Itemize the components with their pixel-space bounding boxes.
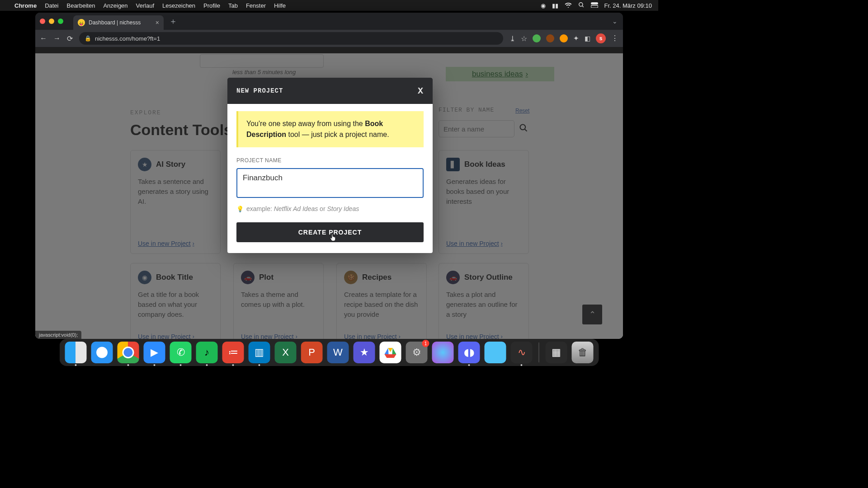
menu-profile[interactable]: Profile: [203, 2, 220, 9]
tab-title: Dashboard | nichesss: [89, 19, 141, 26]
profile-avatar[interactable]: s: [596, 33, 606, 43]
extension-green-icon[interactable]: [533, 34, 541, 42]
new-project-modal: NEW PROJECT X You're one step away from …: [227, 78, 433, 253]
chrome-menu-icon[interactable]: ⋮: [611, 35, 618, 42]
nav-reload-icon[interactable]: ⟳: [67, 34, 73, 43]
install-app-icon[interactable]: ⤓: [509, 34, 515, 43]
window-controls: [40, 19, 63, 24]
control-center-icon[interactable]: [591, 2, 598, 9]
svg-marker-10: [385, 354, 396, 358]
status-bar-link: javascript:void(0);: [35, 331, 81, 339]
menu-hilfe[interactable]: Hilfe: [274, 2, 286, 9]
svg-marker-9: [385, 348, 389, 354]
window-close-button[interactable]: [40, 19, 45, 24]
menu-anzeigen[interactable]: Anzeigen: [103, 2, 127, 9]
address-url: nichesss.com/home?ft=1: [95, 35, 160, 42]
screen-record-icon[interactable]: ◉: [541, 2, 546, 9]
dock-trash-icon[interactable]: 🗑: [572, 342, 594, 363]
dock-spotify-icon[interactable]: ♪: [196, 342, 218, 363]
banner-text-pre: You're one step away from using the: [246, 120, 365, 127]
dock-app-blue-icon[interactable]: [485, 342, 506, 363]
dock-excel-icon[interactable]: X: [275, 342, 297, 363]
modal-banner: You're one step away from using the Book…: [236, 111, 424, 147]
dock-todoist-icon[interactable]: ≔: [222, 342, 244, 363]
dock-whatsapp-icon[interactable]: ✆: [170, 342, 192, 363]
dock-drive-icon[interactable]: [380, 342, 401, 363]
dock-separator: [539, 343, 539, 362]
banner-text-post: tool — just pick a project name.: [286, 131, 389, 138]
create-project-button[interactable]: CREATE PROJECT: [236, 222, 424, 242]
address-bar[interactable]: 🔒 nichesss.com/home?ft=1: [79, 32, 503, 45]
dock-trello-icon[interactable]: ▥: [249, 342, 270, 363]
example-b: Story Ideas: [327, 205, 359, 212]
wifi-icon[interactable]: [565, 2, 572, 9]
menu-bearbeiten[interactable]: Bearbeiten: [66, 2, 95, 9]
menu-datei[interactable]: Datei: [45, 2, 58, 9]
window-maximize-button[interactable]: [58, 19, 63, 24]
dock-chrome-icon[interactable]: [118, 342, 139, 363]
example-hint: 💡 example: Netflix Ad Ideas or Story Ide…: [236, 205, 424, 212]
menubar-clock[interactable]: Fr. 24. März 09:10: [604, 2, 652, 9]
nav-back-icon[interactable]: ←: [40, 34, 47, 42]
chrome-tabstrip: 😛 Dashboard | nichesss × ＋ ⌄: [35, 13, 623, 30]
tab-close-icon[interactable]: ×: [156, 19, 159, 26]
lock-icon: 🔒: [85, 35, 91, 42]
project-name-input[interactable]: [236, 168, 424, 198]
svg-line-1: [582, 5, 583, 7]
svg-rect-2: [591, 2, 598, 5]
dock-safari-icon[interactable]: [91, 342, 113, 363]
modal-close-icon[interactable]: X: [418, 86, 424, 96]
modal-header: NEW PROJECT X: [227, 78, 433, 104]
dock-settings-icon[interactable]: ⚙1: [406, 342, 428, 363]
page-content: less than 5 minutes long business ideas …: [35, 53, 623, 339]
battery-icon[interactable]: ▮▮: [552, 2, 558, 9]
browser-tab[interactable]: 😛 Dashboard | nichesss ×: [73, 15, 164, 30]
menubar-app-name[interactable]: Chrome: [14, 2, 37, 9]
mac-dock: ▶ ✆ ♪ ≔ ▥ X P W ★ ⚙1 ◖◗ ∿ ▦ 🗑: [60, 339, 599, 366]
bookmark-star-icon[interactable]: ☆: [521, 34, 527, 43]
example-prefix: example:: [246, 205, 274, 212]
side-panel-icon[interactable]: ◧: [585, 35, 590, 42]
dock-powerpoint-icon[interactable]: P: [301, 342, 323, 363]
tab-favicon-icon: 😛: [78, 19, 85, 26]
nav-forward-icon[interactable]: →: [53, 34, 61, 42]
lightbulb-icon: 💡: [236, 206, 244, 212]
extensions-puzzle-icon[interactable]: ✦: [573, 34, 579, 42]
svg-marker-7: [388, 348, 393, 352]
svg-point-0: [579, 2, 582, 6]
dock-finder-icon[interactable]: [65, 342, 87, 363]
dock-imovie-icon[interactable]: ★: [354, 342, 375, 363]
mac-menubar: Chrome Datei Bearbeiten Anzeigen Verlauf…: [0, 0, 658, 11]
menu-lesezeichen[interactable]: Lesezeichen: [162, 2, 195, 9]
menu-tab[interactable]: Tab: [228, 2, 238, 9]
dock-word-icon[interactable]: W: [327, 342, 349, 363]
svg-marker-8: [392, 348, 396, 354]
example-a: Netflix Ad Ideas: [274, 205, 318, 212]
dock-zoom-icon[interactable]: ▶: [144, 342, 165, 363]
dock-widgets-icon[interactable]: ▦: [546, 342, 567, 363]
chrome-toolbar: ← → ⟳ 🔒 nichesss.com/home?ft=1 ⤓ ☆ ✦ ◧ s…: [35, 30, 623, 47]
dock-soundwave-icon[interactable]: ∿: [511, 342, 533, 363]
svg-rect-3: [591, 5, 598, 8]
chrome-window: 😛 Dashboard | nichesss × ＋ ⌄ ← → ⟳ 🔒 nic…: [35, 13, 623, 339]
extension-brown-icon[interactable]: [546, 34, 554, 42]
window-minimize-button[interactable]: [49, 19, 54, 24]
menu-fenster[interactable]: Fenster: [246, 2, 266, 9]
dock-discord-icon[interactable]: ◖◗: [458, 342, 480, 363]
dock-siri-icon[interactable]: [432, 342, 454, 363]
example-or: or: [318, 205, 327, 212]
settings-badge: 1: [422, 340, 429, 347]
menu-verlauf[interactable]: Verlauf: [136, 2, 154, 9]
new-tab-button[interactable]: ＋: [169, 16, 177, 27]
modal-title: NEW PROJECT: [236, 87, 283, 94]
project-name-label: PROJECT NAME: [236, 157, 424, 164]
tab-overflow-icon[interactable]: ⌄: [612, 18, 618, 25]
extension-orange-icon[interactable]: [560, 34, 568, 42]
page-viewport: less than 5 minutes long business ideas …: [35, 47, 623, 339]
search-icon[interactable]: [578, 2, 585, 9]
